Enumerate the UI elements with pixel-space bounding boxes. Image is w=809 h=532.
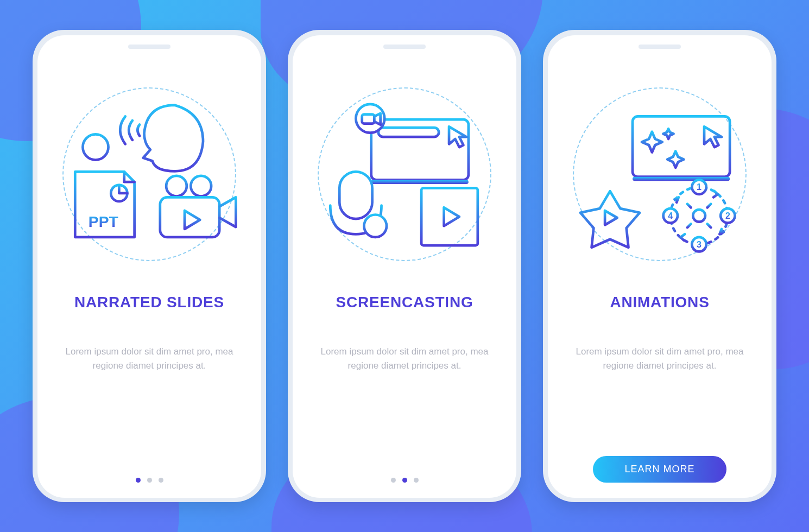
svg-marker-44 <box>444 207 459 226</box>
learn-more-button[interactable]: LEARN MORE <box>593 456 726 483</box>
svg-text:PPT: PPT <box>89 213 118 230</box>
svg-text:3: 3 <box>697 239 701 249</box>
page-dots <box>136 478 163 483</box>
svg-marker-10 <box>185 211 200 229</box>
svg-rect-22 <box>339 172 372 219</box>
page-dot[interactable] <box>159 478 163 483</box>
screen-title: ANIMATIONS <box>610 294 709 311</box>
svg-marker-50 <box>605 211 617 225</box>
page-dot[interactable] <box>402 478 407 483</box>
phone-speaker <box>639 45 681 49</box>
svg-marker-49 <box>704 126 722 147</box>
screen-body: Lorem ipsum dolor sit dim amet pro, mea … <box>60 345 239 373</box>
page-dot[interactable] <box>136 478 141 483</box>
page-dot[interactable] <box>391 478 396 483</box>
animations-icon: 1 2 3 4 <box>570 96 749 253</box>
screencasting-icon <box>315 96 494 253</box>
page-dots <box>391 478 419 483</box>
page-dot[interactable] <box>147 478 152 483</box>
narrated-slides-icon: PPT <box>60 96 239 253</box>
svg-line-57 <box>687 204 691 208</box>
screen-title: SCREENCASTING <box>336 294 473 311</box>
illustration-narrated-slides: PPT <box>60 87 239 261</box>
illustration-screencasting <box>315 87 494 261</box>
svg-marker-19 <box>449 126 466 147</box>
phone-mockup-2: SCREENCASTING Lorem ipsum dolor sit dim … <box>288 30 521 502</box>
screen-title: NARRATED SLIDES <box>74 294 224 311</box>
phone-mockup-3: 1 2 3 4 ANIMATIONS Lorem ipsum dolor sit… <box>543 30 776 502</box>
svg-text:1: 1 <box>697 182 701 192</box>
svg-point-51 <box>671 187 728 245</box>
page-dot[interactable] <box>414 478 419 483</box>
screen-body: Lorem ipsum dolor sit dim amet pro, mea … <box>570 345 749 373</box>
svg-line-58 <box>707 204 711 208</box>
svg-point-8 <box>191 176 211 197</box>
svg-point-7 <box>166 176 187 197</box>
svg-line-59 <box>687 224 691 227</box>
svg-rect-9 <box>160 197 219 237</box>
svg-text:2: 2 <box>725 211 730 220</box>
svg-text:4: 4 <box>668 211 673 220</box>
phone-speaker <box>128 45 170 49</box>
illustration-animations: 1 2 3 4 <box>570 87 749 261</box>
phone-speaker <box>383 45 426 49</box>
svg-rect-15 <box>378 128 439 137</box>
screen-body: Lorem ipsum dolor sit dim amet pro, mea … <box>315 345 494 373</box>
svg-point-52 <box>693 210 705 222</box>
svg-line-60 <box>707 224 711 227</box>
phone-mockup-1: PPT NARRATED SLIDES Lorem ipsum dolor si… <box>33 30 266 502</box>
